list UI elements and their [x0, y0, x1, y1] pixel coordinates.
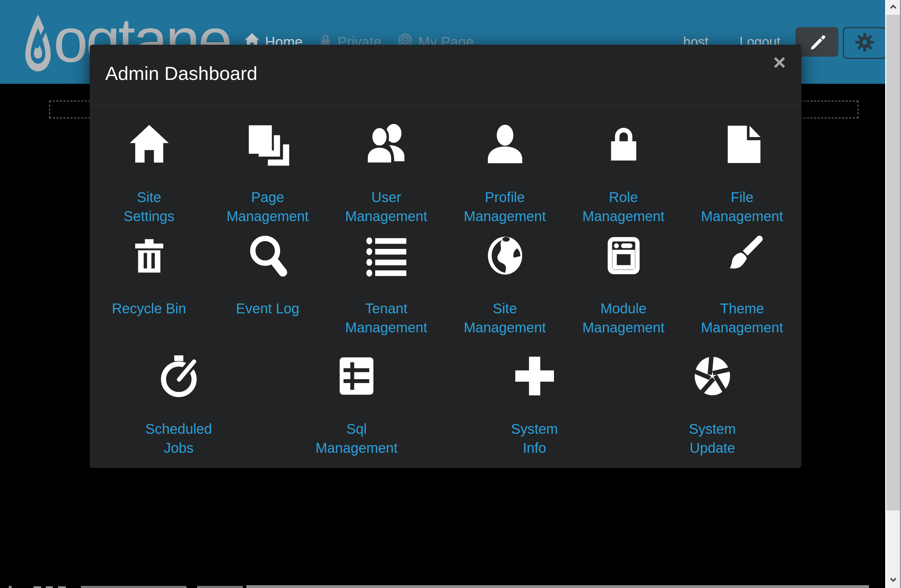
tile-label: Tenant Management [345, 299, 427, 337]
bottom-cutoff-content [0, 585, 885, 588]
tile-page-management[interactable]: Page Management [208, 123, 327, 226]
tile-user-management[interactable]: User Management [327, 123, 446, 226]
tile-label: Sql Management [316, 420, 398, 457]
magnifying-glass-icon [246, 234, 289, 277]
brush-icon [721, 234, 764, 277]
tile-label: Site Management [464, 299, 546, 337]
medical-cross-icon [513, 354, 556, 398]
page: oqtane Home Private My Page hos [0, 0, 901, 588]
modal-title: Admin Dashboard [105, 62, 257, 84]
tile-label: Site Settings [123, 188, 175, 226]
tile-row: Site Settings Page Management [90, 123, 801, 226]
tile-label: System Info [511, 420, 558, 457]
tile-site-management[interactable]: Site Management [446, 234, 564, 337]
home-icon [127, 123, 171, 166]
tile-row: Scheduled Jobs Sql Management Syste [90, 354, 801, 457]
tile-event-log[interactable]: Event Log [208, 234, 327, 337]
scroll-down-button[interactable] [886, 573, 900, 588]
pencil-icon [808, 33, 826, 51]
people-icon [364, 123, 409, 166]
gear-icon [855, 33, 874, 53]
trash-icon [130, 234, 168, 277]
list-icon [365, 234, 408, 277]
person-icon [483, 123, 527, 166]
tile-module-management[interactable]: Module Management [564, 234, 683, 337]
scrollbar-thumb[interactable] [886, 15, 900, 510]
tile-label: Theme Management [701, 299, 783, 337]
admin-dashboard-modal: Admin Dashboard × Site Settings Page Man… [90, 45, 801, 468]
tile-scheduled-jobs[interactable]: Scheduled Jobs [90, 354, 268, 457]
lock-icon [605, 123, 643, 166]
tile-label: Role Management [583, 188, 664, 226]
tile-site-settings[interactable]: Site Settings [90, 123, 208, 226]
settings-button[interactable] [843, 27, 886, 59]
file-icon [722, 123, 763, 166]
tile-system-info[interactable]: System Info [446, 354, 624, 457]
tile-role-management[interactable]: Role Management [564, 123, 683, 226]
modal-header: Admin Dashboard × [90, 45, 801, 106]
tile-system-update[interactable]: System Update [624, 354, 802, 457]
tile-profile-management[interactable]: Profile Management [446, 123, 564, 226]
aperture-icon [692, 354, 733, 398]
tile-label: File Management [701, 188, 783, 226]
tile-label: Page Management [227, 188, 309, 226]
browser-icon [603, 234, 644, 277]
tile-label: Scheduled Jobs [145, 420, 212, 457]
tile-label: Recycle Bin [112, 299, 186, 337]
tile-label: User Management [345, 188, 427, 226]
globe-icon [484, 234, 526, 277]
tile-label: System Update [689, 420, 736, 457]
tile-tenant-management[interactable]: Tenant Management [327, 234, 446, 337]
layers-icon [246, 123, 289, 166]
tile-recycle-bin[interactable]: Recycle Bin [90, 234, 208, 337]
tile-label: Module Management [583, 299, 664, 337]
timer-icon [157, 354, 200, 398]
chevron-up-icon [889, 3, 898, 11]
tile-sql-management[interactable]: Sql Management [268, 354, 446, 457]
tile-label: Profile Management [464, 188, 546, 226]
tile-theme-management[interactable]: Theme Management [683, 234, 801, 337]
vertical-scrollbar[interactable] [885, 0, 901, 588]
spreadsheet-icon [336, 354, 377, 398]
edit-mode-button[interactable] [795, 27, 839, 57]
tile-label: Event Log [236, 299, 299, 337]
chevron-down-icon [889, 577, 898, 585]
scroll-up-button[interactable] [886, 0, 900, 15]
tile-row: Recycle Bin Event Log Tenant Manage [90, 234, 801, 337]
tile-file-management[interactable]: File Management [683, 123, 801, 226]
close-icon[interactable]: × [773, 50, 786, 75]
oqtane-drop-logo-icon [22, 13, 54, 75]
